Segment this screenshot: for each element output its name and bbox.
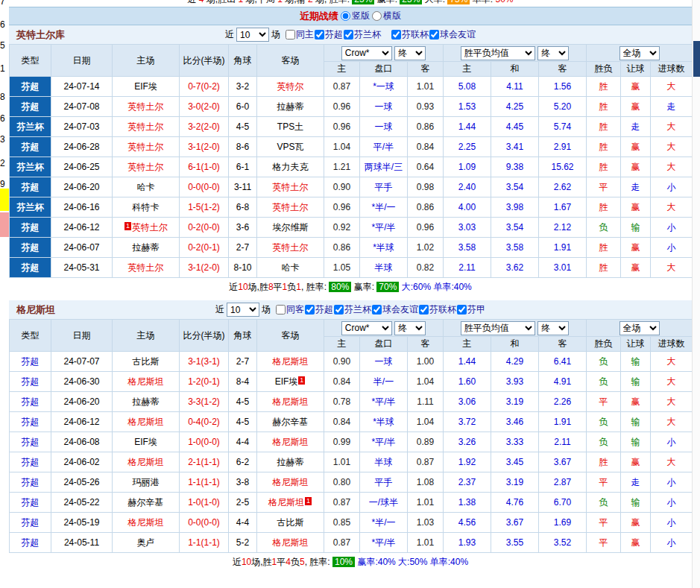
away-team-cell[interactable]: 拉赫蒂 bbox=[257, 97, 324, 117]
asian-final-select[interactable]: 终 bbox=[394, 46, 426, 60]
euro-final-select[interactable]: 终 bbox=[537, 46, 569, 60]
euro-final-select[interactable]: 终 bbox=[537, 321, 569, 335]
filter-checkbox[interactable] bbox=[429, 30, 439, 39]
team-name[interactable]: 哈卡 bbox=[282, 262, 300, 273]
away-team-cell[interactable]: 埃尔维斯 bbox=[257, 218, 324, 238]
team-name[interactable]: TPS土 bbox=[277, 121, 303, 132]
filter-option[interactable]: 同客 bbox=[276, 303, 304, 316]
home-team-cell[interactable]: 格尼斯坦 bbox=[113, 513, 180, 533]
team-name[interactable]: EIF埃 bbox=[275, 376, 298, 387]
euro-average-select[interactable]: 胜平负均值 bbox=[461, 321, 535, 335]
team-name[interactable]: 科特卡 bbox=[133, 202, 160, 212]
team-name[interactable]: 格力夫克 bbox=[273, 162, 309, 172]
home-team-cell[interactable]: 格尼斯坦 bbox=[113, 412, 180, 432]
away-team-cell[interactable]: 英特土尔 bbox=[257, 177, 324, 197]
asian-final-select[interactable]: 终 bbox=[394, 321, 426, 335]
team-name[interactable]: 英特土尔 bbox=[273, 182, 309, 192]
team-name[interactable]: 格尼斯坦 bbox=[273, 356, 309, 367]
team-name[interactable]: 格尼斯坦 bbox=[273, 537, 309, 548]
filter-option[interactable]: 芬联杯 bbox=[419, 303, 456, 316]
team-name[interactable]: 格尼斯坦 bbox=[128, 457, 164, 467]
team-name[interactable]: 古比斯 bbox=[133, 356, 160, 367]
home-team-cell[interactable]: 1英特土尔 bbox=[113, 218, 180, 238]
asian-company-select[interactable]: Crow* bbox=[341, 46, 392, 60]
team-name[interactable]: 格尼斯坦 bbox=[268, 497, 304, 508]
team-name[interactable]: 格尼斯坦 bbox=[273, 477, 309, 487]
team-name[interactable]: 英特土尔 bbox=[273, 242, 309, 253]
horizontal-radio[interactable] bbox=[372, 11, 382, 21]
away-team-cell[interactable]: 格尼斯坦1 bbox=[257, 493, 324, 513]
away-team-cell[interactable]: 格尼斯坦 bbox=[257, 432, 324, 452]
team-name[interactable]: 赫尔辛基 bbox=[273, 417, 309, 427]
euro-average-select[interactable]: 胜平负均值 bbox=[461, 46, 535, 60]
asian-company-select[interactable]: Crow* bbox=[341, 321, 392, 335]
team-name[interactable]: EIF埃 bbox=[134, 437, 157, 447]
team-name[interactable]: 拉赫蒂 bbox=[133, 242, 160, 253]
home-team-cell[interactable]: 英特土尔 bbox=[113, 258, 180, 278]
filter-checkbox[interactable] bbox=[344, 30, 353, 39]
team-name[interactable]: 格尼斯坦 bbox=[273, 437, 309, 447]
team-name[interactable]: 格尼斯坦 bbox=[128, 417, 164, 427]
home-team-cell[interactable]: 拉赫蒂 bbox=[113, 238, 180, 258]
team-name[interactable]: 古比斯 bbox=[277, 517, 304, 528]
team-name[interactable]: 哈卡 bbox=[137, 182, 155, 192]
filter-checkbox[interactable] bbox=[315, 30, 324, 39]
team-name[interactable]: 拉赫蒂 bbox=[133, 396, 160, 407]
team-name[interactable]: 奥卢 bbox=[137, 537, 155, 548]
away-team-cell[interactable]: 赫尔辛基 bbox=[257, 412, 324, 432]
home-team-cell[interactable]: 拉赫蒂 bbox=[113, 392, 180, 412]
filter-checkbox[interactable] bbox=[305, 305, 315, 314]
away-team-cell[interactable]: 格尼斯坦 bbox=[257, 352, 324, 372]
team-name[interactable]: EIF埃 bbox=[134, 81, 157, 92]
recent-count-select[interactable]: 10 bbox=[227, 303, 259, 317]
away-team-cell[interactable]: 格尼斯坦 bbox=[257, 392, 324, 412]
team-name[interactable]: 英特尔 bbox=[277, 81, 304, 92]
team-name[interactable]: 英特土尔 bbox=[128, 262, 164, 273]
team-name[interactable]: 格尼斯坦 bbox=[128, 376, 164, 387]
away-team-cell[interactable]: 英特尔 bbox=[257, 77, 324, 97]
filter-checkbox[interactable] bbox=[419, 305, 429, 314]
away-team-cell[interactable]: 格尼斯坦 bbox=[257, 533, 324, 553]
team-name[interactable]: 格尼斯坦 bbox=[273, 396, 309, 407]
team-name[interactable]: VPS瓦 bbox=[277, 142, 303, 152]
away-team-cell[interactable]: 古比斯 bbox=[257, 513, 324, 533]
filter-checkbox[interactable] bbox=[391, 30, 401, 39]
home-team-cell[interactable]: 格尼斯坦 bbox=[113, 372, 180, 392]
home-team-cell[interactable]: EIF埃 bbox=[113, 432, 180, 452]
filter-option[interactable]: 芬超 bbox=[305, 303, 333, 316]
away-team-cell[interactable]: 拉赫蒂 bbox=[257, 452, 324, 472]
home-team-cell[interactable]: 英特土尔 bbox=[113, 97, 180, 117]
team-name[interactable]: 英特土尔 bbox=[128, 101, 164, 112]
filter-option[interactable]: 球会友谊 bbox=[429, 28, 476, 41]
home-team-cell[interactable]: 古比斯 bbox=[113, 352, 180, 372]
home-team-cell[interactable]: 格尼斯坦 bbox=[113, 452, 180, 472]
layout-vertical-option[interactable]: 竖版 bbox=[341, 10, 370, 22]
filter-checkbox[interactable] bbox=[372, 305, 382, 314]
team-name[interactable]: 英特土尔 bbox=[273, 202, 309, 212]
filter-checkbox[interactable] bbox=[286, 30, 295, 39]
away-team-cell[interactable]: 英特土尔 bbox=[257, 197, 324, 218]
team-name[interactable]: 赫尔辛基 bbox=[128, 497, 164, 508]
home-team-cell[interactable]: 英特土尔 bbox=[113, 157, 180, 177]
team-name[interactable]: 英特土尔 bbox=[132, 222, 168, 233]
home-team-cell[interactable]: 赫尔辛基 bbox=[113, 493, 180, 513]
filter-option[interactable]: 芬兰杯 bbox=[344, 28, 381, 41]
home-team-cell[interactable]: EIF埃 bbox=[113, 77, 180, 97]
filter-option[interactable]: 芬兰杯 bbox=[334, 303, 371, 316]
filter-option[interactable]: 同主 bbox=[286, 28, 314, 41]
away-team-cell[interactable]: TPS土 bbox=[257, 117, 324, 137]
team-name[interactable]: 英特土尔 bbox=[128, 162, 164, 172]
filter-checkbox[interactable] bbox=[334, 305, 344, 314]
away-team-cell[interactable]: 格尼斯坦 bbox=[257, 472, 324, 493]
filter-option[interactable]: 球会友谊 bbox=[372, 303, 418, 316]
home-team-cell[interactable]: 英特土尔 bbox=[113, 117, 180, 137]
filter-option[interactable]: 芬甲 bbox=[457, 303, 485, 316]
home-team-cell[interactable]: 玛丽港 bbox=[113, 472, 180, 493]
filter-option[interactable]: 芬超 bbox=[315, 28, 343, 41]
recent-count-select[interactable]: 10 bbox=[236, 28, 269, 42]
fullmatch-select[interactable]: 全场 bbox=[619, 321, 660, 335]
team-name[interactable]: 格尼斯坦 bbox=[128, 517, 164, 528]
home-team-cell[interactable]: 奥卢 bbox=[113, 533, 180, 553]
away-team-cell[interactable]: 格力夫克 bbox=[257, 157, 324, 177]
away-team-cell[interactable]: 哈卡 bbox=[257, 258, 324, 278]
